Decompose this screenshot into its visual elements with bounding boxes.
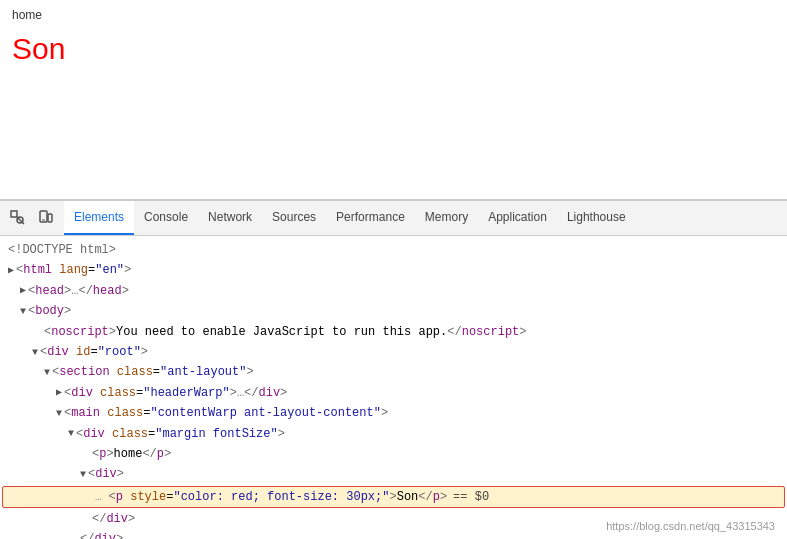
collapse-arrow[interactable]: ▼ xyxy=(32,344,38,361)
dom-node-highlighted-text: <p style="color: red; font-size: 30px;">… xyxy=(109,487,490,507)
url-text: https://blog.csdn.net/qq_43315343 xyxy=(606,520,775,532)
dom-line: ▼ <div id="root"> xyxy=(0,342,787,362)
svg-rect-3 xyxy=(48,214,52,222)
dom-node-text: <p>home</p> xyxy=(92,444,171,464)
tab-sources[interactable]: Sources xyxy=(262,201,326,235)
devtools-panel: Elements Console Network Sources Perform… xyxy=(0,200,787,539)
dom-highlighted-line[interactable]: … <p style="color: red; font-size: 30px;… xyxy=(2,486,785,508)
device-toolbar-icon[interactable] xyxy=(32,204,60,232)
dom-line: ▶ <head>…</head> xyxy=(0,281,787,301)
tab-application[interactable]: Application xyxy=(478,201,557,235)
collapse-arrow[interactable]: ▶ xyxy=(20,282,26,299)
dom-line: <!DOCTYPE html> xyxy=(0,240,787,260)
collapse-arrow[interactable]: ▶ xyxy=(8,262,14,279)
tab-elements[interactable]: Elements xyxy=(64,201,134,235)
dom-node-text: <body> xyxy=(28,301,71,321)
dom-node-text: <head>…</head> xyxy=(28,281,129,301)
expand-dots[interactable]: … xyxy=(95,488,103,507)
devtools-toolbar: Elements Console Network Sources Perform… xyxy=(0,201,787,236)
dom-line: ▼ <body> xyxy=(0,301,787,321)
collapse-arrow[interactable]: ▼ xyxy=(20,303,26,320)
dom-node-text: <div> xyxy=(88,464,124,484)
dom-node-text: <section class="ant-layout"> xyxy=(52,362,254,382)
dom-line: ▶ <div class="headerWarp">…</div> xyxy=(0,383,787,403)
page-heading: Son xyxy=(12,32,775,66)
dom-node-text: </div> xyxy=(92,509,135,529)
dom-line: ▼ <div class="margin fontSize"> xyxy=(0,424,787,444)
dom-line: ▼ <main class="contentWarp ant-layout-co… xyxy=(0,403,787,423)
dom-line: <p>home</p> xyxy=(0,444,787,464)
devtools-tabs: Elements Console Network Sources Perform… xyxy=(64,201,636,235)
dom-line: <noscript>You need to enable JavaScript … xyxy=(0,322,787,342)
dom-line: ▶ <html lang="en"> xyxy=(0,260,787,280)
collapse-arrow[interactable]: ▼ xyxy=(80,466,86,483)
dom-node-text: <html lang="en"> xyxy=(16,260,131,280)
page-area: home Son xyxy=(0,0,787,200)
dom-node-text: <div id="root"> xyxy=(40,342,148,362)
collapse-arrow[interactable]: ▼ xyxy=(56,405,62,422)
dom-node-text: <!DOCTYPE html> xyxy=(8,240,116,260)
tab-lighthouse[interactable]: Lighthouse xyxy=(557,201,636,235)
dom-node-text: <div class="headerWarp">…</div> xyxy=(64,383,287,403)
svg-rect-0 xyxy=(11,211,17,217)
dom-node-text: <noscript>You need to enable JavaScript … xyxy=(44,322,527,342)
tab-performance[interactable]: Performance xyxy=(326,201,415,235)
inspect-element-icon[interactable] xyxy=(4,204,32,232)
dom-node-text: </div> xyxy=(80,529,123,539)
page-breadcrumb: home xyxy=(12,8,775,22)
dom-node-text: <div class="margin fontSize"> xyxy=(76,424,285,444)
tab-memory[interactable]: Memory xyxy=(415,201,478,235)
collapse-arrow[interactable]: ▼ xyxy=(44,364,50,381)
devtools-elements-panel: <!DOCTYPE html> ▶ <html lang="en"> ▶ <he… xyxy=(0,236,787,539)
collapse-arrow[interactable]: ▶ xyxy=(56,384,62,401)
tab-network[interactable]: Network xyxy=(198,201,262,235)
dom-line: ▼ <section class="ant-layout"> xyxy=(0,362,787,382)
dom-node-text: <main class="contentWarp ant-layout-cont… xyxy=(64,403,388,423)
devtools-content-wrapper: <!DOCTYPE html> ▶ <html lang="en"> ▶ <he… xyxy=(0,236,787,539)
url-bar: https://blog.csdn.net/qq_43315343 xyxy=(606,520,775,532)
tab-console[interactable]: Console xyxy=(134,201,198,235)
dom-line: ▼ <div> xyxy=(0,464,787,484)
collapse-arrow[interactable]: ▼ xyxy=(68,425,74,442)
